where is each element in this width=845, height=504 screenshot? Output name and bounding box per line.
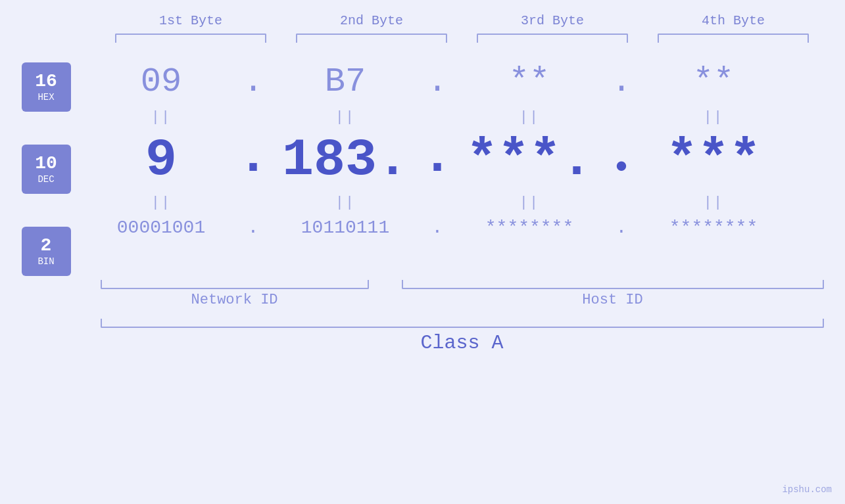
bin-badge-sub: BIN (37, 256, 54, 267)
bracket-byte2 (296, 34, 447, 43)
byte1-header: 1st Byte (115, 13, 266, 28)
class-label: Class A (420, 332, 503, 354)
eq1-b4: || (638, 109, 789, 126)
full-bracket (101, 319, 824, 328)
values-grid: 09 . B7 . ** . ** || || || || 9 . (85, 56, 838, 243)
bin-b3: ******** (454, 212, 605, 243)
content-area: 16 HEX 10 DEC 2 BIN 09 . B7 . ** . ** (7, 56, 838, 276)
byte2-header: 2nd Byte (296, 13, 447, 28)
eq2-b2: || (270, 195, 421, 211)
bin-b2: 10110111 (270, 212, 421, 243)
main-container: 1st Byte 2nd Byte 3rd Byte 4th Byte 16 H… (0, 0, 845, 504)
bin-b4: ******** (638, 212, 789, 243)
bracket-byte1 (115, 34, 266, 43)
dec-dot1: . (237, 127, 270, 193)
dec-b1: 9 (85, 127, 237, 193)
class-row: Class A (101, 332, 824, 354)
dec-dot2: . (421, 127, 454, 193)
bin-row: 00001001 . 10110111 . ******** . *******… (85, 212, 838, 243)
bracket-byte4 (658, 34, 809, 43)
dec-dot3: • (605, 149, 638, 193)
dec-row: 9 . 183. . ***. • *** (85, 127, 838, 193)
hex-dot2: . (421, 62, 454, 101)
bin-badge: 2 BIN (22, 227, 71, 276)
hex-row: 09 . B7 . ** . ** (85, 56, 838, 108)
host-id-label: Host ID (402, 292, 824, 308)
eq2-b3: || (454, 195, 605, 211)
bin-dot3: . (605, 218, 638, 238)
eq1-b2: || (270, 109, 421, 126)
full-bracket-row (101, 319, 824, 328)
bottom-brackets-row (101, 280, 824, 289)
hex-badge-sub: HEX (37, 92, 54, 103)
equals-row1: || || || || (85, 109, 838, 126)
bin-dot1: . (237, 218, 270, 238)
hex-b2: B7 (270, 56, 421, 108)
label-column: 16 HEX 10 DEC 2 BIN (7, 56, 85, 276)
network-id-label: Network ID (101, 292, 369, 308)
host-bracket (402, 280, 824, 289)
dec-b3: ***. (454, 127, 605, 193)
network-bracket (101, 280, 369, 289)
bin-b1: 00001001 (85, 212, 237, 243)
byte-headers: 1st Byte 2nd Byte 3rd Byte 4th Byte (101, 13, 824, 28)
hex-dot1: . (237, 62, 270, 101)
equals-row2: || || || || (85, 195, 838, 211)
hex-b4: ** (638, 56, 789, 108)
eq2-b4: || (638, 195, 789, 211)
hex-dot3: . (605, 62, 638, 101)
hex-badge-num: 16 (35, 72, 57, 92)
bracket-byte3 (477, 34, 628, 43)
labels-row: Network ID Host ID (101, 292, 824, 308)
dec-badge-num: 10 (35, 154, 57, 174)
dec-b2: 183. (270, 127, 421, 193)
eq1-b3: || (454, 109, 605, 126)
hex-badge: 16 HEX (22, 62, 71, 112)
hex-b1: 09 (85, 56, 237, 108)
eq1-b1: || (85, 109, 237, 126)
watermark: ipshu.com (782, 484, 832, 495)
dec-badge: 10 DEC (22, 145, 71, 194)
byte3-header: 3rd Byte (477, 13, 628, 28)
hex-b3: ** (454, 56, 605, 108)
dec-b4: *** (638, 127, 789, 193)
bin-badge-num: 2 (41, 236, 52, 256)
bin-dot2: . (421, 218, 454, 238)
byte4-header: 4th Byte (658, 13, 809, 28)
top-brackets (101, 34, 824, 43)
eq2-b1: || (85, 195, 237, 211)
dec-badge-sub: DEC (37, 174, 54, 185)
